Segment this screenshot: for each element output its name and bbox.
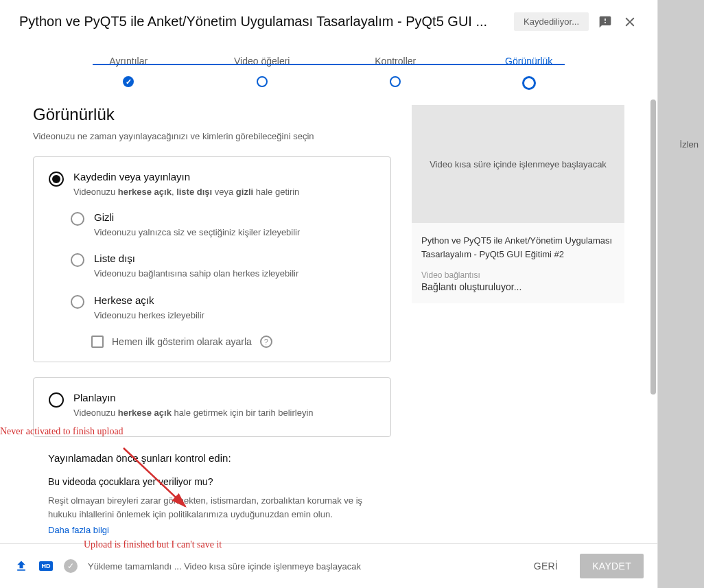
check-answer-1: Reşit olmayan bireyleri zarar görmekten,… — [48, 494, 376, 523]
save-button: KAYDET — [580, 554, 644, 578]
publish-main-desc: Videonuzu herkese açık, liste dışı veya … — [73, 185, 299, 199]
right-column: Video kısa süre içinde işlenmeye başlaya… — [412, 105, 624, 543]
step-checks[interactable]: Kontroller — [329, 56, 462, 87]
step-dot-icon — [390, 76, 401, 87]
option-desc: Videonuzu yalnızca siz ve seçtiğiniz kiş… — [94, 226, 300, 239]
page-subtitle: Videonuzu ne zaman yayınlayacağınızı ve … — [33, 131, 391, 141]
saving-badge: Kaydediliyor... — [514, 12, 589, 31]
radio-publish[interactable] — [49, 172, 64, 187]
publish-main-radio-row[interactable]: Kaydedin veya yayınlayın Videonuzu herke… — [49, 171, 375, 199]
svg-line-0 — [124, 448, 185, 506]
visibility-options: Gizli Videonuzu yalnızca siz ve seçtiğin… — [71, 211, 375, 349]
option-desc: Videonuzu herkes izleyebilir — [94, 309, 204, 322]
preview-video-title: Python ve PyQT5 ile Anket/Yönetim Uygula… — [421, 234, 615, 261]
option-public[interactable]: Herkese açık Videonuzu herkes izleyebili… — [71, 294, 375, 322]
annotation-never-activated: Never activated to finish upload — [0, 426, 124, 437]
prepublish-checks: Yayınlamadan önce şunları kontrol edin: … — [33, 452, 391, 544]
check-circle-icon: ✓ — [63, 558, 78, 574]
step-visibility[interactable]: Görünürlük — [462, 56, 596, 90]
footer-text: Yükleme tamamlandı ... Video kısa süre i… — [88, 561, 512, 572]
schedule-radio-row[interactable]: Planlayın Videonuzu herkese açık hale ge… — [49, 392, 375, 420]
stepper: Ayrıntılar Video öğeleri Kontroller Görü… — [0, 36, 657, 98]
upload-icon — [14, 558, 29, 574]
scrollbar[interactable] — [650, 99, 656, 395]
premiere-row[interactable]: Hemen ilk gösterim olarak ayarla ? — [91, 336, 375, 348]
checks-title: Yayınlamadan önce şunları kontrol edin: — [48, 452, 376, 464]
dialog-title: Python ve PyQT5 ile Anket/Yönetim Uygula… — [19, 14, 506, 30]
radio-unlisted[interactable] — [71, 253, 84, 267]
schedule-title: Planlayın — [73, 392, 314, 403]
left-column: Görünürlük Videonuzu ne zaman yayınlayac… — [33, 105, 391, 543]
radio-schedule[interactable] — [49, 392, 64, 408]
radio-private[interactable] — [71, 212, 84, 226]
option-unlisted[interactable]: Liste dışı Videonuzu bağlantısına sahip … — [71, 252, 375, 281]
preview-processing-text: Video kısa süre içinde işlenmeye başlaya… — [430, 159, 607, 169]
back-button[interactable]: GERİ — [521, 554, 570, 578]
step-dot-icon — [522, 76, 536, 90]
close-icon[interactable] — [622, 14, 638, 30]
check-question-1: Bu videoda çocuklara yer veriliyor mu? — [48, 476, 376, 487]
step-details[interactable]: Ayrıntılar — [62, 56, 196, 87]
bg-column-label: İzlen — [680, 139, 699, 150]
premiere-label: Hemen ilk gösterim olarak ayarla — [112, 336, 252, 347]
option-title: Gizli — [94, 211, 300, 223]
learn-more-link[interactable]: Daha fazla bilgi — [48, 525, 376, 535]
preview-link-label: Video bağlantısı — [421, 270, 615, 280]
option-private[interactable]: Gizli Videonuzu yalnızca siz ve seçtiğin… — [71, 211, 375, 239]
hd-icon: HD — [38, 558, 54, 574]
video-preview: Video kısa süre içinde işlenmeye başlaya… — [412, 105, 624, 223]
step-dot-icon — [257, 76, 268, 87]
radio-public[interactable] — [71, 295, 84, 309]
preview-info: Python ve PyQT5 ile Anket/Yönetim Uygula… — [412, 223, 624, 303]
option-desc: Videonuzu bağlantısına sahip olan herkes… — [94, 267, 298, 281]
step-dot-icon — [123, 76, 134, 87]
publish-card: Kaydedin veya yayınlayın Videonuzu herke… — [33, 156, 391, 362]
annotation-cant-save: Upload is finished but I can't save it — [84, 539, 222, 550]
step-video-elements[interactable]: Video öğeleri — [196, 56, 329, 87]
preview-link-value: Bağlantı oluşturuluyor... — [421, 281, 615, 292]
option-title: Liste dışı — [94, 252, 298, 264]
upload-dialog: Python ve PyQT5 ile Anket/Yönetim Uygula… — [0, 0, 658, 588]
dialog-body: Görünürlük Videonuzu ne zaman yayınlayac… — [0, 98, 657, 543]
dialog-header: Python ve PyQT5 ile Anket/Yönetim Uygula… — [0, 0, 657, 36]
option-title: Herkese açık — [94, 294, 204, 306]
publish-main-title: Kaydedin veya yayınlayın — [73, 171, 299, 183]
schedule-desc: Videonuzu herkese açık hale getirmek içi… — [73, 406, 314, 420]
step-line — [93, 64, 565, 65]
page-title: Görünürlük — [33, 105, 391, 124]
arrow-icon — [117, 441, 199, 517]
footer-status: Yükleme tamamlandı ... Video kısa süre i… — [88, 561, 512, 572]
premiere-checkbox[interactable] — [91, 336, 104, 348]
feedback-icon[interactable] — [597, 14, 613, 30]
help-icon[interactable]: ? — [260, 336, 272, 348]
